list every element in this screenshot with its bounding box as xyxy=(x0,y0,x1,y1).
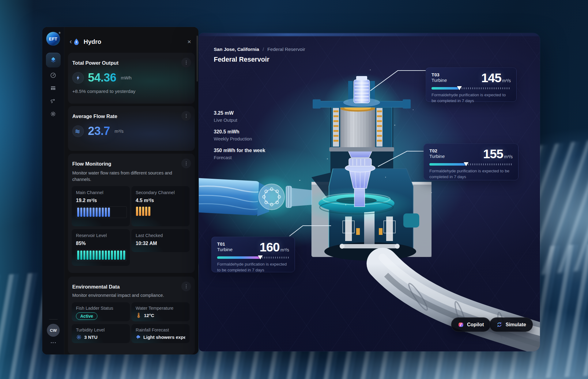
tile-value: 4.5 m³/s xyxy=(136,198,185,203)
turbine-note: Formaldehyde purification is expected to… xyxy=(429,168,513,180)
progress-marker[interactable] xyxy=(457,86,462,90)
stat-weekly-production: 320.5 mWh Weekly Production xyxy=(214,129,265,141)
tile-value: Light showers expe... xyxy=(143,335,185,340)
copilot-label: Copilot xyxy=(467,322,484,327)
turbine-flow-value: 155 xyxy=(483,147,503,161)
turbine-card-t02[interactable]: T02 Turbine 155m³/s Formaldehyde purific… xyxy=(424,144,518,180)
tile-label: Reservoir Level xyxy=(76,233,126,238)
copilot-icon xyxy=(458,322,464,328)
card-menu-button[interactable] xyxy=(181,111,191,121)
tile-value: 19.2 m³/s xyxy=(76,198,126,203)
rain-cloud-icon xyxy=(136,334,141,340)
tile-label: Secondary Channel xyxy=(136,190,185,195)
turbine-note: Formaldehyde purification is expected to… xyxy=(217,262,289,273)
stat-value: 350 mWh for the week xyxy=(214,148,265,153)
tile-value: 85% xyxy=(76,241,126,246)
bolt-icon xyxy=(72,72,84,84)
flow-progress[interactable] xyxy=(432,87,511,90)
waves-icon xyxy=(72,125,84,137)
eft-logo[interactable]: EFT ® xyxy=(46,32,60,46)
card-menu-button[interactable] xyxy=(181,281,191,291)
breadcrumb-current: Federal Reservoir xyxy=(267,47,305,52)
tile-label: Fish Ladder Status xyxy=(76,306,126,311)
stat-value: 320.5 mWh xyxy=(214,129,265,135)
close-icon[interactable]: × xyxy=(186,38,193,45)
gauge-icon xyxy=(50,72,56,78)
progress-marker[interactable] xyxy=(464,162,469,166)
tile-value: 12°C xyxy=(144,313,154,318)
tile-label: Last Checked xyxy=(136,233,185,238)
breadcrumb-location[interactable]: San Jose, California xyxy=(214,47,259,52)
tile-label: Water Temperature xyxy=(136,306,185,311)
hydro-droplet-icon xyxy=(72,38,81,46)
scrollbar-thumb[interactable] xyxy=(197,36,198,82)
power-delta: +8.5% compared to yesterday xyxy=(72,89,190,94)
reservoir-stats: 3.25 mW Live Output 320.5 mWh Weekly Pro… xyxy=(214,110,265,160)
turbine-type: Turbine xyxy=(217,247,232,253)
flow-bars xyxy=(136,206,185,216)
turbine-note: Formaldehyde purification is expected to… xyxy=(432,92,511,104)
hydro-panel: ‹ Hydro × Total Power Output 54.36 mWh +… xyxy=(64,27,198,354)
sidebar-divider xyxy=(49,319,58,320)
turbine-id: T03 xyxy=(432,72,447,78)
stat-label: Weekly Production xyxy=(214,136,265,141)
turbidity-icon xyxy=(76,334,82,340)
total-power-value: 54.36 xyxy=(88,71,116,84)
reservoir-main-panel: San Jose, California / Federal Reservoir… xyxy=(199,33,540,351)
last-checked-tile: Last Checked 10:32 AM xyxy=(131,229,190,252)
thermometer-icon xyxy=(136,312,141,318)
gear-icon xyxy=(50,111,56,117)
turbine-flow-value: 145 xyxy=(481,71,501,85)
more-menu[interactable] xyxy=(51,342,56,343)
sidebar-item-flows[interactable] xyxy=(50,98,57,104)
stat-live-output: 3.25 mW Live Output xyxy=(214,110,265,123)
simulate-button[interactable]: Simulate xyxy=(489,317,533,332)
flow-monitoring-card: Flow Monitoring Monitor water flow rates… xyxy=(68,154,195,273)
stat-forecast: 350 mWh for the week Forecast xyxy=(214,148,265,160)
rainfall-tile: Rainfall Forecast Light showers expe... xyxy=(131,324,190,343)
turbine-flow-unit: m³/s xyxy=(281,247,289,252)
avg-flow-value: 23.7 xyxy=(88,124,110,138)
turbine-type: Turbine xyxy=(432,78,447,83)
card-title: Environmental Data xyxy=(72,284,190,290)
stat-label: Live Output xyxy=(214,117,265,123)
status-badge: Active xyxy=(76,312,97,320)
environmental-card: Environmental Data Monitor environmental… xyxy=(68,277,195,354)
total-power-unit: mWh xyxy=(121,75,132,80)
turbine-card-t01[interactable]: T01 Turbine 160m³/s Formaldehyde purific… xyxy=(211,237,295,272)
breadcrumb-divider: / xyxy=(262,47,264,52)
level-bars xyxy=(76,249,127,261)
sidebar-item-dashboard[interactable] xyxy=(50,72,57,78)
hydro-window: EFT ® xyxy=(42,27,198,354)
stat-label: Forecast xyxy=(214,155,265,160)
breadcrumb: San Jose, California / Federal Reservoir xyxy=(214,47,305,52)
water-temperature-tile: Water Temperature 12°C xyxy=(131,302,190,321)
flow-progress[interactable] xyxy=(217,256,289,259)
card-title: Total Power Output xyxy=(72,60,190,66)
secondary-channel-tile: Secondary Channel 4.5 m³/s xyxy=(131,186,190,226)
sidebar-item-settings[interactable] xyxy=(50,110,57,117)
copilot-button[interactable]: Copilot xyxy=(451,317,491,332)
sidebar-item-layers[interactable] xyxy=(46,53,61,67)
flow-progress[interactable] xyxy=(429,163,513,166)
progress-marker[interactable] xyxy=(258,255,263,259)
logo-text: EFT xyxy=(49,36,57,41)
turbine-type: Turbine xyxy=(429,154,445,159)
card-title: Average Flow Rate xyxy=(72,113,190,119)
sidebar-item-assets[interactable] xyxy=(50,85,57,91)
tile-label: Rainfall Forecast xyxy=(136,327,185,332)
turbine-flow-unit: m³/s xyxy=(502,78,511,83)
turbine-card-t03[interactable]: T03 Turbine 145m³/s Formaldehyde purific… xyxy=(426,67,517,102)
card-description: Monitor environmental impact and complia… xyxy=(72,292,173,299)
stat-value: 3.25 mW xyxy=(214,110,265,116)
tile-value: 10:32 AM xyxy=(136,241,185,246)
card-menu-button[interactable] xyxy=(181,159,191,168)
user-avatar[interactable]: CW xyxy=(47,324,60,337)
route-icon xyxy=(50,98,56,104)
reservoir-level-tile: Reservoir Level 85% xyxy=(72,229,130,266)
tile-label: Main Channel xyxy=(76,190,126,195)
turbine-flow-unit: m³/s xyxy=(504,154,513,159)
simulate-icon xyxy=(496,321,503,328)
card-menu-button[interactable] xyxy=(181,58,191,67)
tile-label: Turbidity Level xyxy=(76,327,126,332)
